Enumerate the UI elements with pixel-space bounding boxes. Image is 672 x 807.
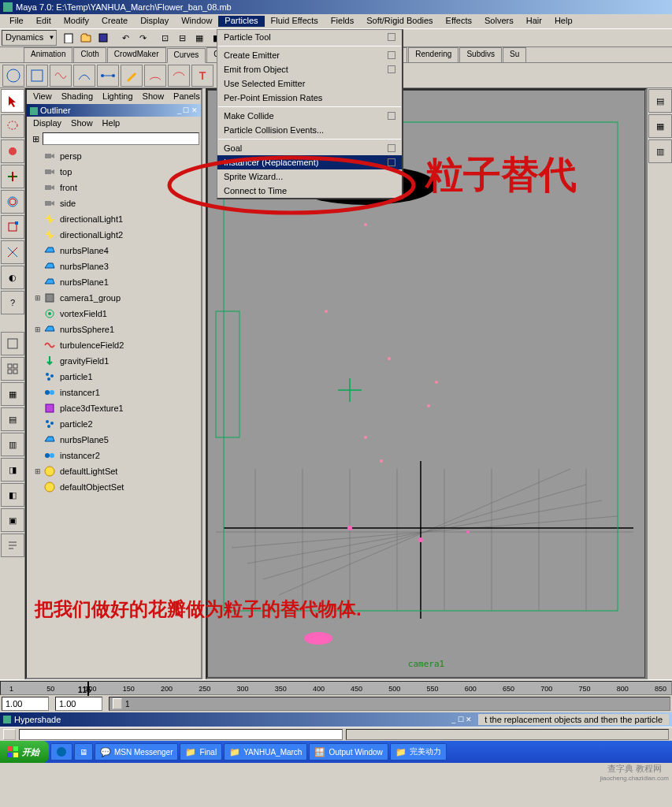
pmenu-goal[interactable]: Goal — [217, 141, 402, 155]
option-box-icon[interactable] — [388, 51, 395, 59]
layout-script[interactable] — [1, 534, 24, 557]
tool-settings-toggle[interactable]: ▦ — [648, 114, 672, 138]
paint-select-tool[interactable] — [1, 139, 24, 163]
outliner-controls[interactable]: _ ☐ ✕ — [177, 106, 198, 114]
menu-window[interactable]: Window — [175, 16, 218, 27]
outliner-search-input[interactable] — [43, 132, 199, 145]
tab-subdivs[interactable]: Subdivs — [459, 47, 502, 62]
layout-preset1[interactable]: ▦ — [1, 382, 24, 406]
menu-hair[interactable]: Hair — [520, 16, 548, 27]
tree-item-directionalLight2[interactable]: directionalLight2 — [28, 227, 199, 243]
shelf-pencil[interactable] — [121, 65, 143, 87]
tree-item-defaultLightSet[interactable]: ⊞defaultLightSet — [28, 463, 199, 479]
lasso-tool[interactable] — [1, 114, 24, 138]
save-button[interactable] — [95, 29, 112, 46]
pmenu-use-selected-emitter[interactable]: Use Selected Emitter — [217, 76, 402, 91]
option-box-icon[interactable] — [388, 144, 395, 152]
hypershade-titlebar[interactable]: Hypershade _ ☐ ✕ t the replacement objec… — [0, 712, 672, 727]
viewmenu-show[interactable]: Show — [138, 91, 169, 102]
viewmenu-lighting[interactable]: Lighting — [98, 91, 138, 102]
tab-curves[interactable]: Curves — [167, 48, 206, 63]
tree-item-gravityField1[interactable]: gravityField1 — [28, 353, 199, 369]
menu-softrigidbodies[interactable]: Soft/Rigid Bodies — [360, 16, 439, 27]
mel-toggle[interactable] — [3, 729, 16, 740]
menu-file[interactable]: File — [3, 16, 30, 27]
layout-preset4[interactable]: ◨ — [1, 458, 24, 482]
command-input[interactable] — [19, 729, 343, 740]
option-box-icon[interactable] — [388, 65, 395, 73]
tree-item-nurbsPlane4[interactable]: nurbsPlane4 — [28, 243, 199, 258]
taskbar-msnmessenger[interactable]: 💬MSN Messenger — [95, 743, 178, 761]
move-tool[interactable] — [1, 165, 24, 188]
tree-item-nurbsPlane1[interactable]: nurbsPlane1 — [28, 274, 199, 290]
last-tool[interactable]: ? — [1, 291, 24, 314]
outmenu-help[interactable]: Help — [98, 118, 125, 129]
menu-edit[interactable]: Edit — [30, 16, 58, 27]
expand-icon[interactable]: ⊞ — [35, 294, 43, 302]
tree-item-nurbsPlane3[interactable]: nurbsPlane3 — [28, 258, 199, 274]
option-box-icon[interactable] — [388, 112, 395, 120]
tab-cloth[interactable]: Cloth — [73, 47, 106, 62]
tree-item-directionalLight1[interactable]: directionalLight1 — [28, 211, 199, 227]
tree-item-defaultObjectSet[interactable]: defaultObjectSet — [28, 479, 199, 495]
quick-launch-desktop[interactable]: 🖥 — [74, 743, 93, 761]
menu-fluideffects[interactable]: Fluid Effects — [265, 16, 325, 27]
tree-item-place3dTexture1[interactable]: place3dTexture1 — [28, 400, 199, 416]
layout-preset5[interactable]: ◧ — [1, 483, 24, 507]
tab-su[interactable]: Su — [503, 47, 526, 62]
tree-item-persp[interactable]: persp — [28, 148, 199, 164]
menu-modify[interactable]: Modify — [58, 16, 95, 27]
viewmenu-shading[interactable]: Shading — [57, 91, 98, 102]
four-view[interactable] — [1, 357, 24, 381]
hypershade-controls[interactable]: _ ☐ ✕ — [451, 716, 472, 723]
taskbar-yanhuamarch[interactable]: 📁YANHUA_March — [224, 743, 307, 761]
tree-item-particle2[interactable]: particle2 — [28, 416, 199, 432]
option-box-icon[interactable] — [388, 33, 395, 41]
redo-button[interactable]: ↷ — [134, 29, 151, 46]
pmenu-per-point-emission-rates[interactable]: Per-Point Emission Rates — [217, 91, 402, 105]
pmenu-particle-tool[interactable]: Particle Tool — [217, 30, 402, 44]
timeline[interactable]: 115 150100150200250300350400450500550600… — [0, 679, 672, 695]
menu-particles[interactable]: Particles — [218, 16, 264, 27]
layout-preset2[interactable]: ▤ — [1, 407, 24, 431]
tree-item-top[interactable]: top — [28, 164, 199, 180]
pmenu-connect-to-time[interactable]: Connect to Time — [217, 184, 402, 198]
pmenu-instancer--replacement-[interactable]: Instancer (Replacement) — [217, 155, 402, 169]
pmenu-emit-from-object[interactable]: Emit from Object — [217, 62, 402, 76]
attr-editor-toggle[interactable]: ▤ — [648, 89, 672, 113]
rotate-tool[interactable] — [1, 190, 24, 214]
mode-dropdown[interactable]: Dynamics — [2, 30, 57, 46]
shelf-arc[interactable] — [144, 65, 166, 87]
range-end[interactable] — [55, 697, 102, 711]
scale-tool[interactable] — [1, 215, 24, 239]
tree-item-nurbsSphere1[interactable]: ⊞nurbsSphere1 — [28, 322, 199, 337]
shelf-arc3[interactable] — [168, 65, 190, 87]
shelf-square[interactable] — [26, 65, 48, 87]
channel-box-toggle[interactable]: ▥ — [648, 139, 672, 163]
menu-create[interactable]: Create — [95, 16, 134, 27]
option-box-icon[interactable] — [388, 158, 395, 166]
tab-animation[interactable]: Animation — [24, 47, 72, 62]
shelf-spiral[interactable] — [50, 65, 72, 87]
expand-icon[interactable]: ⊞ — [35, 325, 43, 333]
timeline-ruler[interactable]: 115 150100150200250300350400450500550600… — [0, 681, 672, 695]
select-vert-button[interactable]: ⊡ — [156, 29, 173, 46]
tree-item-particle1[interactable]: particle1 — [28, 369, 199, 385]
select-edge-button[interactable]: ⊟ — [173, 29, 191, 46]
expand-icon[interactable]: ⊞ — [35, 467, 43, 475]
pmenu-create-emitter[interactable]: Create Emitter — [217, 48, 402, 62]
tree-item-camera1_group[interactable]: ⊞camera1_group — [28, 290, 199, 306]
tree-item-vortexField1[interactable]: vortexField1 — [28, 306, 199, 322]
viewmenu-panels[interactable]: Panels — [169, 91, 205, 102]
single-view[interactable] — [1, 332, 24, 355]
menu-solvers[interactable]: Solvers — [478, 16, 520, 27]
tree-item-turbulenceField2[interactable]: turbulenceField2 — [28, 337, 199, 353]
select-tool[interactable] — [1, 89, 24, 113]
menu-display[interactable]: Display — [134, 16, 175, 27]
soft-mod-tool[interactable]: ◐ — [1, 266, 24, 289]
tree-item-instancer1[interactable]: instancer1 — [28, 385, 199, 400]
shelf-text[interactable]: T — [191, 65, 213, 87]
tree-item-side[interactable]: side — [28, 195, 199, 211]
viewmenu-view[interactable]: View — [28, 91, 57, 102]
open-button[interactable] — [77, 29, 95, 46]
